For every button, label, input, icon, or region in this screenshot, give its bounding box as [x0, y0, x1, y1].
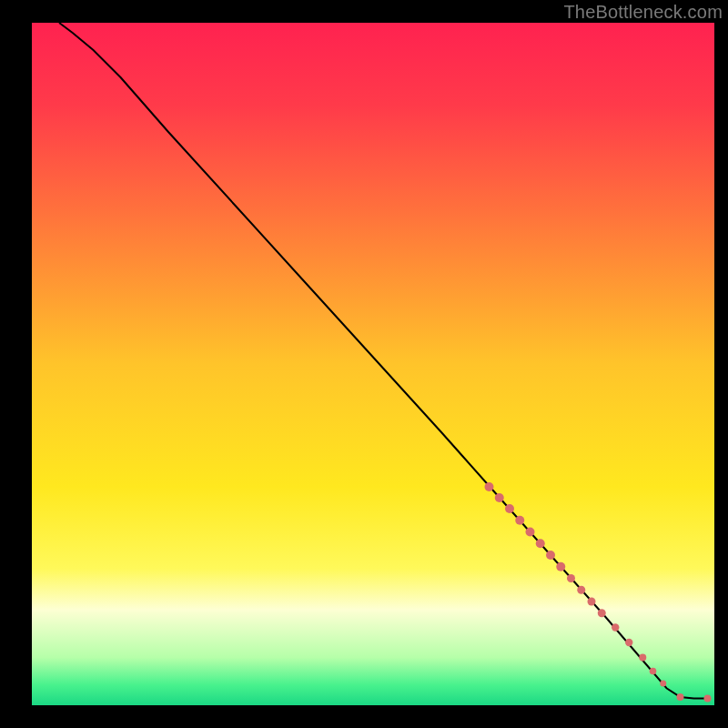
data-marker — [577, 586, 585, 594]
gradient-background — [32, 23, 714, 705]
data-marker — [650, 668, 657, 675]
data-marker — [660, 681, 666, 687]
data-marker — [485, 482, 494, 491]
data-marker — [677, 693, 684, 701]
chart-frame: TheBottleneck.com — [0, 0, 728, 728]
data-marker — [625, 639, 632, 646]
data-marker — [704, 695, 712, 703]
watermark-text: TheBottleneck.com — [563, 2, 723, 23]
data-marker — [612, 623, 619, 631]
data-marker — [567, 574, 575, 582]
data-marker — [495, 493, 504, 502]
data-marker — [515, 516, 524, 525]
data-marker — [505, 504, 514, 513]
data-marker — [588, 598, 596, 606]
data-marker — [546, 551, 555, 560]
data-marker — [526, 528, 535, 537]
data-marker — [536, 539, 545, 548]
data-marker — [598, 609, 606, 617]
data-marker — [556, 562, 565, 571]
chart-svg — [32, 23, 714, 705]
plot-area — [32, 23, 714, 705]
data-marker — [639, 654, 646, 662]
